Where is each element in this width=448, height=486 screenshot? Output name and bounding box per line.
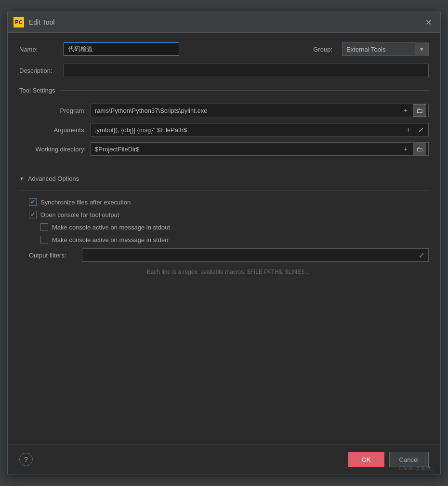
description-input[interactable]: [64, 64, 429, 77]
tool-settings-label: Tool Settings: [19, 87, 55, 94]
advanced-content: ✓ Synchronize files after execution ✓ Op…: [19, 198, 429, 275]
tool-settings-section: Program: + 🗀 Arguments: + ⤢ Working dire…: [19, 104, 429, 156]
arguments-expand-button[interactable]: ⤢: [416, 124, 426, 135]
group-select[interactable]: External Tools ▼: [342, 42, 429, 56]
help-button[interactable]: ?: [19, 453, 33, 466]
make-active-stdout-row[interactable]: Make console active on message in stdout: [29, 223, 429, 231]
output-filters-label: Output filters:: [29, 252, 77, 259]
output-filters-input[interactable]: [82, 250, 415, 261]
name-input[interactable]: [64, 42, 179, 56]
description-label: Description:: [19, 67, 58, 74]
dialog-title: Edit Tool: [29, 18, 54, 26]
tool-settings-divider: Tool Settings: [19, 87, 429, 94]
ok-button[interactable]: OK: [348, 452, 384, 467]
make-active-stderr-row[interactable]: Make console active on message in stderr: [29, 236, 429, 243]
arguments-input[interactable]: [91, 123, 401, 136]
advanced-options-header[interactable]: ▼ Advanced Options: [19, 175, 429, 182]
group-dropdown-arrow[interactable]: ▼: [415, 42, 428, 56]
working-dir-input[interactable]: [91, 143, 398, 155]
program-label: Program:: [23, 107, 86, 114]
advanced-divider: [19, 190, 429, 190]
output-filters-expand-button[interactable]: ⤢: [415, 249, 428, 261]
name-group-row: Name: Group: External Tools ▼: [19, 42, 429, 56]
app-icon: PC: [13, 17, 24, 27]
dialog-content: Name: Group: External Tools ▼ Descriptio…: [8, 33, 440, 445]
sync-files-label: Synchronize files after execution: [40, 199, 131, 206]
open-console-checkmark: ✓: [30, 212, 35, 217]
sync-files-checkbox[interactable]: ✓: [29, 198, 37, 206]
output-filters-input-wrapper: ⤢: [82, 248, 429, 262]
watermark: CSDN @寒秋、: [399, 465, 436, 472]
edit-tool-dialog: PC Edit Tool ✕ Name: Group: External Too…: [7, 12, 441, 474]
open-console-label: Open console for tool output: [40, 211, 119, 218]
name-label: Name:: [19, 46, 58, 53]
arguments-input-wrapper: + ⤢: [91, 123, 429, 136]
advanced-options-label: Advanced Options: [28, 175, 79, 182]
program-input-wrapper: + 🗀: [91, 104, 429, 117]
description-row: Description:: [19, 64, 429, 77]
advanced-options-section: ▼ Advanced Options ✓ Synchronize files a…: [19, 175, 429, 275]
output-filters-row: Output filters: ⤢: [29, 248, 429, 262]
advanced-triangle-icon: ▼: [19, 176, 24, 181]
arguments-label: Arguments:: [23, 126, 86, 134]
make-active-stdout-label: Make console active on message in stdout: [52, 224, 170, 231]
sync-files-checkmark: ✓: [30, 199, 35, 205]
working-dir-row: Working directory: + 🗀: [23, 142, 429, 156]
working-dir-folder-button[interactable]: 🗀: [413, 143, 426, 155]
group-label: Group:: [313, 46, 332, 53]
title-bar: PC Edit Tool ✕: [8, 12, 440, 33]
working-dir-input-wrapper: + 🗀: [91, 142, 429, 156]
arguments-plus-button[interactable]: +: [403, 124, 414, 135]
program-folder-button[interactable]: 🗀: [413, 104, 426, 117]
output-filters-hint: Each line is a regex, available macros: …: [29, 269, 429, 275]
make-active-stderr-label: Make console active on message in stderr: [52, 236, 169, 243]
group-select-text: External Tools: [343, 46, 415, 53]
divider-line: [60, 90, 429, 91]
advanced-divider-line: [19, 190, 429, 190]
working-dir-label: Working directory:: [23, 146, 86, 153]
open-console-checkbox[interactable]: ✓: [29, 211, 37, 218]
working-dir-plus-button[interactable]: +: [400, 144, 411, 154]
open-console-row[interactable]: ✓ Open console for tool output: [29, 211, 429, 218]
arguments-row: Arguments: + ⤢: [23, 123, 429, 136]
program-plus-button[interactable]: +: [400, 105, 411, 116]
close-button[interactable]: ✕: [422, 16, 435, 28]
program-row: Program: + 🗀: [23, 104, 429, 117]
make-active-stdout-checkbox[interactable]: [40, 223, 48, 231]
sync-files-row[interactable]: ✓ Synchronize files after execution: [29, 198, 429, 206]
title-bar-left: PC Edit Tool: [13, 17, 54, 27]
make-active-stderr-checkbox[interactable]: [40, 236, 48, 243]
dialog-footer: ? OK Cancel: [8, 445, 440, 474]
program-input[interactable]: [91, 104, 398, 117]
